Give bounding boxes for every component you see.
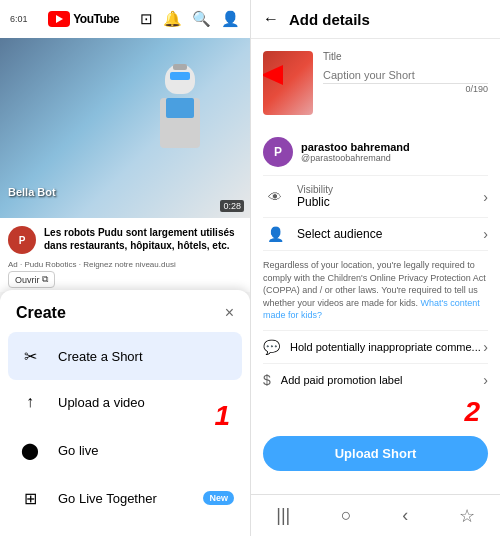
visibility-icon: 👁 — [263, 189, 287, 205]
user-avatar: P — [263, 137, 293, 167]
robot-head — [165, 64, 195, 94]
char-count: 0/190 — [323, 84, 488, 94]
ouvrir-button[interactable]: Ouvrir ⧉ — [8, 271, 55, 288]
robot-body — [160, 98, 200, 148]
ad-text: Ad · Pudu Robotics · Reignez notre nivea… — [8, 260, 176, 269]
ad-row: Ad · Pudu Robotics · Reignez notre nivea… — [0, 258, 250, 292]
create-modal-title: Create — [16, 304, 66, 322]
cast-icon[interactable]: ⊡ — [140, 10, 153, 28]
comments-row[interactable]: 💬 Hold potentially inappropriate comme..… — [263, 331, 488, 364]
scissors-icon: ✂ — [16, 342, 44, 370]
upload-icon: ↑ — [16, 388, 44, 416]
visibility-chevron: › — [483, 189, 488, 205]
account-icon[interactable]: 👤 — [221, 10, 240, 28]
comments-icon: 💬 — [263, 339, 280, 355]
visibility-label: Visibility — [297, 184, 483, 195]
video-duration: 0:28 — [220, 200, 244, 212]
new-badge: New — [203, 491, 234, 505]
legal-text: Regardless of your location, you're lega… — [263, 251, 488, 331]
robot-figure — [150, 58, 210, 178]
live-together-icon: ⊞ — [16, 484, 44, 512]
menu-icon-right[interactable]: ||| — [276, 505, 290, 526]
ouvrir-label: Ouvrir — [15, 275, 40, 285]
promotion-row[interactable]: $ Add paid promotion label › — [263, 364, 488, 396]
search-icon[interactable]: 🔍 — [192, 10, 211, 28]
star-icon-right[interactable]: ☆ — [459, 505, 475, 527]
video-info: P Les robots Pudu sont largement utilisé… — [0, 218, 250, 258]
user-name: parastoo bahremand — [301, 141, 488, 153]
promotion-label: Add paid promotion label — [281, 374, 484, 386]
youtube-header: 6:01 YouTube ⊡ 🔔 🔍 👤 — [0, 0, 250, 38]
video-label: Bella Bot — [8, 186, 56, 198]
create-short-item[interactable]: ✂ Create a Short — [8, 332, 242, 380]
step-number-2: 2 — [464, 392, 480, 431]
step-number-2-container: 2 — [263, 396, 488, 432]
short-preview-thumbnail — [263, 51, 313, 115]
create-short-label: Create a Short — [58, 349, 234, 364]
right-content: Title 0/190 P parastoo bahremand @parast… — [251, 39, 500, 494]
left-panel: 6:01 YouTube ⊡ 🔔 🔍 👤 Bella — [0, 0, 250, 536]
upload-video-label: Upload a video — [58, 395, 234, 410]
home-icon-right[interactable]: ○ — [341, 505, 352, 526]
title-input-area: Title 0/190 — [323, 51, 488, 115]
promotion-icon: $ — [263, 372, 271, 388]
comments-label: Hold potentially inappropriate comme... — [290, 341, 483, 353]
status-bar: 6:01 — [10, 14, 28, 24]
promotion-chevron: › — [483, 372, 488, 388]
user-info: parastoo bahremand @parastoobahremand — [301, 141, 488, 163]
audience-label: Select audience — [297, 227, 483, 241]
create-modal: Create × ✂ Create a Short ↑ Upload a vid… — [0, 290, 250, 536]
user-handle: @parastoobahremand — [301, 153, 488, 163]
header-icons: ⊡ 🔔 🔍 👤 — [140, 10, 240, 28]
go-live-together-label: Go Live Together — [58, 491, 189, 506]
back-button[interactable]: ← — [263, 10, 279, 28]
title-input[interactable] — [323, 69, 488, 84]
upload-video-item[interactable]: ↑ Upload a video — [16, 378, 234, 426]
title-section: Title 0/190 — [263, 51, 488, 115]
video-thumbnail[interactable]: Bella Bot 0:28 — [0, 38, 250, 218]
go-live-item[interactable]: ⬤ Go live — [16, 426, 234, 474]
right-panel: ← Add details Title 0/190 P parastoo bah… — [250, 0, 500, 536]
go-live-together-item[interactable]: ⊞ Go Live Together New — [16, 474, 234, 522]
red-arrow-icon — [263, 65, 283, 85]
visibility-row[interactable]: 👁 Visibility Public › — [263, 176, 488, 218]
upload-short-button[interactable]: Upload Short — [263, 436, 488, 471]
youtube-wordmark: YouTube — [73, 12, 119, 26]
add-details-title: Add details — [289, 11, 370, 28]
step-number-1: 1 — [214, 400, 230, 432]
video-meta: Les robots Pudu sont largement utilisés … — [44, 226, 242, 254]
audience-chevron: › — [483, 226, 488, 242]
title-label: Title — [323, 51, 488, 62]
visibility-value: Public — [297, 195, 483, 209]
visibility-content: Visibility Public — [297, 184, 483, 209]
bottom-nav-right: ||| ○ ‹ ☆ — [251, 494, 500, 536]
go-live-label: Go live — [58, 443, 234, 458]
video-title: Les robots Pudu sont largement utilisés … — [44, 226, 242, 252]
audience-row[interactable]: 👤 Select audience › — [263, 218, 488, 251]
close-button[interactable]: × — [225, 304, 234, 322]
right-header: ← Add details — [251, 0, 500, 39]
time-display: 6:01 — [10, 14, 28, 24]
user-row: P parastoo bahremand @parastoobahremand — [263, 129, 488, 176]
youtube-icon — [48, 11, 70, 27]
back-icon-right[interactable]: ‹ — [402, 505, 408, 526]
notifications-icon[interactable]: 🔔 — [163, 10, 182, 28]
comments-chevron: › — [483, 339, 488, 355]
youtube-logo: YouTube — [48, 11, 119, 27]
audience-icon: 👤 — [263, 226, 287, 242]
live-icon: ⬤ — [16, 436, 44, 464]
create-modal-header: Create × — [16, 304, 234, 322]
channel-avatar: P — [8, 226, 36, 254]
audience-content: Select audience — [297, 227, 483, 241]
robot-screen — [166, 98, 194, 118]
